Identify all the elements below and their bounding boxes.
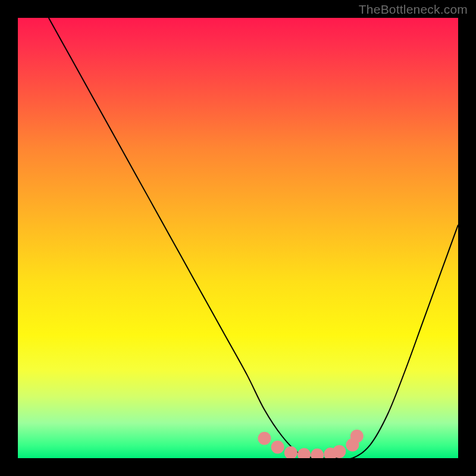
- highlight-dot: [298, 448, 311, 458]
- highlight-dot: [333, 445, 346, 458]
- highlight-dot: [350, 430, 364, 443]
- highlight-dot: [271, 441, 284, 454]
- highlight-dots-group: [258, 430, 363, 458]
- plot-area: [18, 18, 458, 458]
- curve-svg: [18, 18, 458, 458]
- bottleneck-curve: [49, 18, 458, 458]
- attribution-label: TheBottleneck.com: [359, 2, 468, 17]
- highlight-dot: [311, 449, 324, 458]
- highlight-dot: [284, 446, 298, 458]
- highlight-dot: [258, 432, 271, 445]
